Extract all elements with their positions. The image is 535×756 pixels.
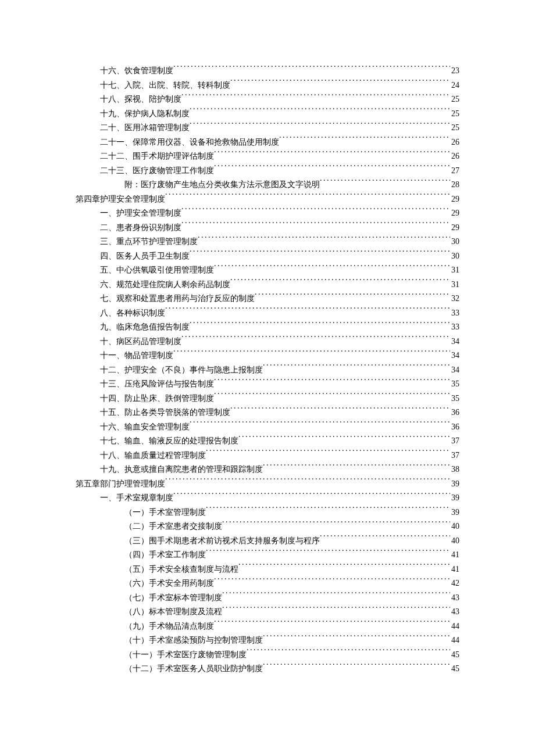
toc-entry-page: 42 <box>450 576 459 591</box>
toc-entry-page: 44 <box>450 633 459 648</box>
toc-entry-page: 30 <box>450 249 459 264</box>
toc-leader-dots <box>214 264 450 273</box>
toc-entry-page: 35 <box>450 392 459 406</box>
toc-entry-title: （十一）手术室医疗废物管理制度 <box>124 648 247 662</box>
toc-entry: （十二）手术室医务人员职业防护制度45 <box>76 662 459 676</box>
toc-entry-page: 39 <box>450 506 459 520</box>
toc-entry-title: 十、病区药品管理制度 <box>100 335 181 349</box>
toc-leader-dots <box>279 137 450 145</box>
toc-entry-title: 一、手术室规章制度 <box>100 491 173 506</box>
toc-entry-page: 38 <box>450 463 459 477</box>
toc-entry-page: 43 <box>450 591 459 605</box>
toc-entry-title: 十九、执意或擅自离院患者的管理和跟踪制度 <box>100 463 263 477</box>
toc-entry: 第五章部门护理管理制度39 <box>76 477 459 492</box>
toc-entry-page: 40 <box>450 519 459 534</box>
toc-entry-page: 41 <box>450 548 459 562</box>
toc-leader-dots <box>190 250 450 259</box>
toc-entry-title: 九、临床危急值报告制度 <box>100 320 190 335</box>
toc-entry-page: 34 <box>450 335 459 349</box>
toc-leader-dots <box>222 521 450 529</box>
toc-entry: 十八、探视、陪护制度25 <box>76 92 459 107</box>
toc-leader-dots <box>181 336 450 344</box>
toc-leader-dots <box>165 307 450 316</box>
toc-leader-dots <box>190 321 450 329</box>
toc-leader-dots <box>320 535 450 543</box>
toc-entry-page: 36 <box>450 420 459 435</box>
toc-entry-page: 29 <box>450 206 459 221</box>
toc-entry-title: （八）标本管理制度及流程 <box>124 605 222 619</box>
toc-entry: 五、中心供氧吸引使用管理制度31 <box>76 263 459 278</box>
toc-entry-title: 十七、入院、出院、转院、转科制度 <box>100 78 230 93</box>
toc-entry-page: 37 <box>450 449 459 463</box>
toc-entry: 十九、保护病人隐私制度25 <box>76 107 459 121</box>
toc-entry-page: 32 <box>450 292 459 306</box>
toc-leader-dots <box>247 649 450 657</box>
toc-leader-dots <box>165 478 450 486</box>
toc-entry-title: （七）手术室标本管理制度 <box>124 591 222 605</box>
toc-entry-title: （六）手术安全用药制度 <box>124 576 214 591</box>
toc-leader-dots <box>263 663 450 671</box>
toc-entry-page: 41 <box>450 562 459 577</box>
toc-entry-title: 附：医疗废物产生地点分类收集方法示意图及文字说明 <box>124 178 320 192</box>
toc-entry-title: 十四、防止坠床、跌倒管理制度 <box>100 392 214 406</box>
toc-entry-title: 十七、输血、输液反应的处理报告制度 <box>100 434 238 449</box>
toc-entry-title: 七、观察和处置患者用药与治疗反应的制度 <box>100 292 255 306</box>
toc-leader-dots <box>206 507 450 515</box>
toc-entry-page: 33 <box>450 320 459 335</box>
toc-leader-dots <box>190 421 450 429</box>
toc-leader-dots <box>206 450 450 458</box>
toc-entry-page: 25 <box>450 121 459 135</box>
toc-entry: （七）手术室标本管理制度43 <box>76 591 459 605</box>
toc-entry-page: 33 <box>450 306 459 321</box>
toc-entry-title: （九）手术物品清点制度 <box>124 619 214 634</box>
toc-entry: （八）标本管理制度及流程43 <box>76 605 459 619</box>
toc-entry: 十七、入院、出院、转院、转科制度24 <box>76 78 459 93</box>
toc-entry-page: 37 <box>450 434 459 449</box>
toc-entry: （四）手术室工作制度41 <box>76 548 459 562</box>
toc-entry-page: 45 <box>450 662 459 676</box>
toc-entry-title: 二十三、医疗废物管理工作制度 <box>100 164 214 178</box>
toc-leader-dots <box>230 279 450 287</box>
toc-entry: 十五、防止各类导管脱落的管理制度36 <box>76 406 459 420</box>
toc-leader-dots <box>222 592 450 600</box>
toc-leader-dots <box>173 65 450 73</box>
toc-entry-page: 34 <box>450 349 459 363</box>
toc-entry: 九、临床危急值报告制度33 <box>76 320 459 335</box>
toc-entry-page: 24 <box>450 78 459 93</box>
toc-entry: 附：医疗废物产生地点分类收集方法示意图及文字说明28 <box>76 178 459 192</box>
toc-leader-dots <box>222 606 450 614</box>
toc-entry-page: 29 <box>450 192 459 207</box>
toc-entry: 十、病区药品管理制度34 <box>76 335 459 349</box>
toc-entry-page: 31 <box>450 263 459 278</box>
toc-entry: 十八、输血质量过程管理制度37 <box>76 449 459 463</box>
toc-entry-title: 一、护理安全管理制度 <box>100 206 181 221</box>
toc-entry: （二）手术室患者交接制度40 <box>76 519 459 534</box>
toc-entry: （一）手术室管理制度39 <box>76 506 459 520</box>
toc-leader-dots <box>214 378 450 386</box>
toc-leader-dots <box>214 578 450 586</box>
toc-entry-title: 十二、护理安全（不良）事件与隐患上报制度 <box>100 363 263 378</box>
toc-entry: 二十一、保障常用仪器、设备和抢救物品使用制度26 <box>76 135 459 150</box>
toc-leader-dots <box>238 564 450 572</box>
toc-entry-title: 十九、保护病人隐私制度 <box>100 107 190 121</box>
toc-leader-dots <box>214 621 450 629</box>
toc-entry-title: 十八、探视、陪护制度 <box>100 92 181 107</box>
toc-leader-dots <box>165 194 450 202</box>
toc-entry-title: （二）手术室患者交接制度 <box>124 519 222 534</box>
toc-entry-title: 八、各种标识制度 <box>100 306 165 321</box>
toc-entry-title: 二十一、保障常用仪器、设备和抢救物品使用制度 <box>100 135 279 150</box>
toc-entry: 第四章护理安全管理制度29 <box>76 192 459 207</box>
toc-entry-page: 29 <box>450 221 459 235</box>
toc-entry: 十四、防止坠床、跌倒管理制度35 <box>76 392 459 406</box>
toc-entry-title: 十三、压疮风险评估与报告制度 <box>100 377 214 392</box>
toc-leader-dots <box>181 207 450 216</box>
toc-leader-dots <box>198 236 450 244</box>
toc-leader-dots <box>214 165 450 173</box>
toc-leader-dots <box>230 80 450 88</box>
toc-entry-page: 25 <box>450 107 459 121</box>
toc-entry-title: （一）手术室管理制度 <box>124 506 206 520</box>
toc-entry: 二、患者身份识别制度29 <box>76 221 459 235</box>
toc-entry-page: 39 <box>450 477 459 492</box>
toc-entry: 十三、压疮风险评估与报告制度35 <box>76 377 459 392</box>
toc-entry: 十六、饮食管理制度23 <box>76 64 459 78</box>
